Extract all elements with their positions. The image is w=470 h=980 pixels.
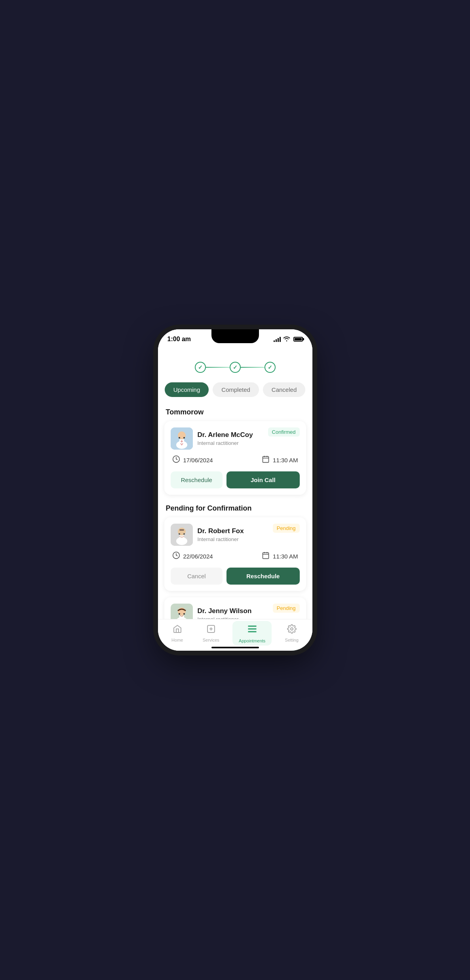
step-1: ✓	[195, 362, 206, 373]
tab-canceled[interactable]: Canceled	[263, 382, 305, 397]
doctor-name-jenny: Dr. Jenny Wilson	[198, 607, 252, 615]
date-text-robert: 22/06/2024	[183, 553, 213, 560]
stepper: ✓ ✓ ✓	[158, 355, 312, 382]
nav-setting-label: Setting	[285, 638, 299, 642]
svg-rect-16	[179, 529, 184, 531]
nav-appointments[interactable]: Appointments	[232, 621, 272, 646]
nav-setting[interactable]: Setting	[279, 622, 305, 645]
svg-point-24	[183, 613, 185, 615]
nav-home[interactable]: Home	[165, 622, 189, 645]
card-datetime-robert: 22/06/2024 11:30 AM	[171, 551, 300, 561]
calendar-icon-arlene	[262, 455, 270, 465]
nav-services[interactable]: Services	[196, 622, 226, 645]
content: ✓ ✓ ✓ Upcoming Completed Canceled Tommor…	[158, 349, 312, 651]
cancel-button-robert[interactable]: Cancel	[171, 568, 223, 585]
svg-point-15	[183, 533, 185, 535]
clock-icon-arlene	[172, 455, 180, 465]
datetime-time-arlene: 11:30 AM	[262, 455, 298, 465]
home-indicator	[211, 647, 259, 648]
doctor-name-wrap-arlene: Dr. Arlene McCoy Internal ractitioner	[198, 431, 253, 446]
date-text-arlene: 17/06/2024	[183, 457, 213, 463]
appointment-card-robert: Dr. Robert Fox Internal ractitioner Pend…	[164, 517, 306, 591]
nav-home-label: Home	[171, 638, 183, 642]
step-line-2	[241, 367, 264, 368]
section-tomorrow-label: Tommorow	[158, 405, 312, 421]
doctor-name-robert: Dr. Robert Fox	[198, 527, 244, 535]
svg-point-14	[179, 533, 180, 535]
card-actions-robert: Cancel Reschedule	[171, 568, 300, 585]
signal-icon	[274, 336, 281, 342]
tabs: Upcoming Completed Canceled	[158, 382, 312, 405]
appointments-icon	[247, 623, 258, 637]
home-icon	[173, 624, 182, 636]
time-text-robert: 11:30 AM	[273, 553, 298, 560]
services-icon	[206, 624, 216, 636]
svg-point-5	[183, 437, 185, 439]
svg-point-28	[291, 628, 293, 630]
nav-services-label: Services	[203, 638, 219, 642]
reschedule-button-robert[interactable]: Reschedule	[226, 568, 299, 585]
notch	[211, 329, 259, 343]
join-call-button-arlene[interactable]: Join Call	[226, 471, 299, 488]
datetime-time-robert: 11:30 AM	[262, 551, 298, 561]
reschedule-button-arlene[interactable]: Reschedule	[171, 471, 223, 488]
setting-icon	[287, 624, 297, 636]
svg-point-4	[179, 437, 180, 439]
card-header-robert: Dr. Robert Fox Internal ractitioner Pend…	[171, 524, 300, 546]
card-actions-arlene: Reschedule Join Call	[171, 471, 300, 488]
avatar-arlene	[171, 427, 193, 450]
phone-frame: 1:00 am ✓	[158, 329, 312, 651]
svg-rect-18	[263, 553, 269, 558]
card-header-arlene: Dr. Arlene McCoy Internal ractitioner Co…	[171, 427, 300, 450]
doctor-specialty-arlene: Internal ractitioner	[198, 440, 253, 446]
calendar-icon-robert	[262, 551, 270, 561]
battery-icon	[293, 337, 303, 342]
status-icons	[274, 336, 303, 343]
avatar-robert	[171, 524, 193, 546]
status-badge-arlene: Confirmed	[268, 427, 300, 437]
tab-completed[interactable]: Completed	[213, 382, 259, 397]
svg-rect-7	[181, 440, 182, 443]
nav-appointments-label: Appointments	[239, 638, 265, 643]
doctor-specialty-robert: Internal ractitioner	[198, 536, 244, 542]
doctor-info-arlene: Dr. Arlene McCoy Internal ractitioner	[171, 427, 253, 450]
step-2: ✓	[230, 362, 241, 373]
svg-rect-22	[179, 615, 184, 619]
step-line-1	[206, 367, 230, 368]
section-pending-label: Pending for Confirmation	[158, 501, 312, 517]
status-badge-robert: Pending	[273, 524, 300, 533]
phone-screen: 1:00 am ✓	[158, 329, 312, 651]
card-datetime-arlene: 17/06/2024 11:30 AM	[171, 455, 300, 465]
status-badge-jenny: Pending	[273, 604, 300, 613]
doctor-name-wrap-robert: Dr. Robert Fox Internal ractitioner	[198, 527, 244, 542]
doctor-info-robert: Dr. Robert Fox Internal ractitioner	[171, 524, 244, 546]
doctor-name-arlene: Dr. Arlene McCoy	[198, 431, 253, 439]
appointment-card-arlene: Dr. Arlene McCoy Internal ractitioner Co…	[164, 421, 306, 495]
bottom-nav: Home Services Appointments	[158, 619, 312, 651]
status-time: 1:00 am	[167, 336, 191, 343]
svg-point-23	[179, 613, 180, 615]
svg-rect-9	[263, 456, 269, 462]
clock-icon-robert	[172, 551, 180, 561]
step-3: ✓	[264, 362, 276, 373]
tab-upcoming[interactable]: Upcoming	[165, 382, 209, 397]
datetime-date-robert: 22/06/2024	[172, 551, 213, 561]
datetime-date-arlene: 17/06/2024	[172, 455, 213, 465]
wifi-icon	[283, 336, 290, 343]
time-text-arlene: 11:30 AM	[273, 457, 298, 463]
